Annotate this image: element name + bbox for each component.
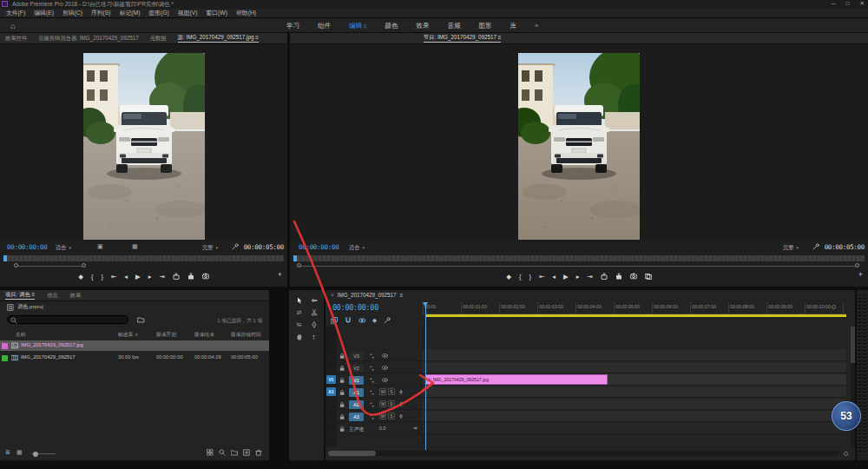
go-to-in-button[interactable]: ⇤ <box>539 273 544 281</box>
sync-lock-icon[interactable] <box>369 353 375 360</box>
timeline-settings-button[interactable] <box>384 317 391 324</box>
go-to-out-button[interactable]: ⇥ <box>160 273 165 281</box>
work-area-bar[interactable] <box>425 314 846 317</box>
panel-menu-icon[interactable]: ≡ <box>364 23 367 29</box>
project-file-row[interactable]: 调色.prproj <box>7 303 43 311</box>
mute-button[interactable]: M <box>379 400 386 407</box>
linked-selection-toggle[interactable] <box>358 317 365 324</box>
step-back-button[interactable]: ◂ <box>552 273 556 281</box>
workspace-tab-学习[interactable]: 学习 <box>286 22 299 30</box>
find-button[interactable] <box>219 449 226 456</box>
column-header-2[interactable]: 媒体开始 <box>156 331 176 339</box>
play-button[interactable]: ▶ <box>563 273 569 281</box>
settings-wrench-icon[interactable] <box>812 243 819 250</box>
track-lock-icon[interactable] <box>339 377 345 384</box>
track-target-button-V2[interactable]: V2 <box>349 364 364 373</box>
sync-lock-icon[interactable] <box>369 389 375 396</box>
scrollbar-handle[interactable] <box>328 451 376 456</box>
program-playhead[interactable] <box>293 255 297 261</box>
extract-button[interactable] <box>615 273 622 280</box>
new-item-button[interactable] <box>243 449 250 456</box>
minimize-button[interactable]: ─ <box>832 0 836 7</box>
settings-menu-button[interactable]: ▦ <box>132 243 138 250</box>
track-lock-icon[interactable] <box>339 353 345 360</box>
menu-item[interactable]: 剪辑(C) <box>58 9 87 17</box>
zoom-handle-right[interactable] <box>855 263 859 268</box>
tab-sequence[interactable]: × IMG_20170429_092517 ≡ <box>331 292 403 298</box>
menu-item[interactable]: 窗口(W) <box>202 9 233 17</box>
track-lane[interactable] <box>423 399 846 409</box>
tab-program[interactable]: 节目: IMG_20170429_092517 ≡ <box>424 34 501 43</box>
workspace-tab-编辑[interactable]: 编辑≡ <box>349 22 367 30</box>
workspace-tab-库[interactable]: 库 <box>510 22 517 30</box>
tab-源[interactable]: 源: IMG_20170429_092517.jpg ≡ <box>178 34 259 43</box>
list-view-button[interactable]: ≣ <box>5 449 10 456</box>
insert-as-nest-toggle[interactable] <box>331 317 338 324</box>
tab-效果[interactable]: 效果 <box>70 292 82 300</box>
automate-to-sequence-button[interactable] <box>207 449 214 456</box>
toggle-track-output-icon[interactable] <box>381 353 389 359</box>
go-to-in-button[interactable]: ⇤ <box>111 273 116 281</box>
voiceover-record-icon[interactable] <box>398 400 404 408</box>
zoom-slider-handle[interactable] <box>33 452 38 457</box>
menu-item[interactable]: 图形(G) <box>144 9 173 17</box>
track-lane[interactable] <box>423 362 846 373</box>
timeline-horizontal-scrollbar[interactable] <box>327 451 839 456</box>
safe-margins-button[interactable]: ▣ <box>97 243 103 250</box>
track-lock-icon[interactable] <box>339 389 345 396</box>
source-zoom-select[interactable]: 适合▾ <box>56 244 71 252</box>
tab-效果控件[interactable]: 效果控件 <box>5 35 27 43</box>
mark-out-button[interactable]: } <box>101 273 103 281</box>
sync-lock-icon[interactable] <box>369 377 375 384</box>
column-header-1[interactable]: 帧速率 ∧ <box>118 331 138 339</box>
workspace-overflow-icon[interactable]: » <box>535 22 538 30</box>
solo-button[interactable]: S <box>388 400 395 407</box>
menu-item[interactable]: 序列(S) <box>87 9 115 17</box>
track-lock-icon[interactable] <box>339 365 345 372</box>
timeline-clip[interactable]: fxIMG_20170429_092517.jpg <box>425 374 608 385</box>
play-button[interactable]: ▶ <box>135 273 141 281</box>
track-target-button-A2[interactable]: A2 <box>349 400 364 409</box>
column-header-4[interactable]: 媒体持续时间 <box>231 331 267 339</box>
panel-menu-icon[interactable]: ≡ <box>400 292 404 298</box>
step-back-button[interactable]: ◂ <box>124 273 128 281</box>
comparison-view-button[interactable] <box>645 273 652 280</box>
source-scrubber[interactable] <box>3 255 284 261</box>
source-patch-A1[interactable]: A1 <box>326 387 336 396</box>
slip-tool[interactable]: ⇆ <box>292 319 306 331</box>
project-row-IMG_20170429_092517.jpg[interactable]: IMG_20170429_092517.jpg <box>0 340 269 351</box>
workspace-tab-颜色[interactable]: 颜色 <box>385 22 398 30</box>
mark-in-button[interactable]: { <box>519 273 522 281</box>
sync-lock-icon[interactable] <box>369 365 375 372</box>
column-header-3[interactable]: 媒体结束 <box>194 331 214 339</box>
zoom-handle-icon[interactable] <box>844 452 848 456</box>
export-frame-button[interactable] <box>202 273 209 280</box>
home-icon[interactable]: ⌂ <box>3 20 23 31</box>
close-button[interactable]: ✕ <box>860 0 865 7</box>
tab-元数据[interactable]: 元数据 <box>150 35 167 43</box>
icon-view-button[interactable]: ▦ <box>16 449 23 456</box>
voiceover-record-icon[interactable] <box>398 388 404 396</box>
button-editor-plus[interactable]: + <box>858 270 863 279</box>
mute-button[interactable]: M <box>379 388 386 395</box>
playhead-marker[interactable] <box>423 302 428 307</box>
program-zoom-scrollbar[interactable] <box>299 266 856 267</box>
close-icon[interactable]: × <box>331 292 334 298</box>
toggle-track-output-icon[interactable] <box>381 377 389 383</box>
label-color-chip[interactable] <box>2 343 8 349</box>
maximize-button[interactable]: □ <box>846 0 850 7</box>
label-color-chip[interactable] <box>2 355 8 361</box>
zoom-handle-left[interactable] <box>297 263 301 268</box>
solo-button[interactable]: S <box>388 388 395 395</box>
program-quality-select[interactable]: 完整▾ <box>783 244 799 252</box>
menu-item[interactable]: 帮助(H) <box>232 9 260 17</box>
track-select-forward-tool[interactable] <box>306 294 321 307</box>
overwrite-button[interactable] <box>187 273 194 280</box>
track-lane[interactable] <box>423 350 846 360</box>
hand-tool[interactable] <box>292 331 306 343</box>
track-target-button-V1[interactable]: V1 <box>349 376 364 385</box>
insert-button[interactable] <box>173 273 180 280</box>
mark-in-button[interactable]: { <box>91 273 94 281</box>
track-target-button-V3[interactable]: V3 <box>349 352 364 360</box>
selection-tool[interactable] <box>292 294 306 307</box>
